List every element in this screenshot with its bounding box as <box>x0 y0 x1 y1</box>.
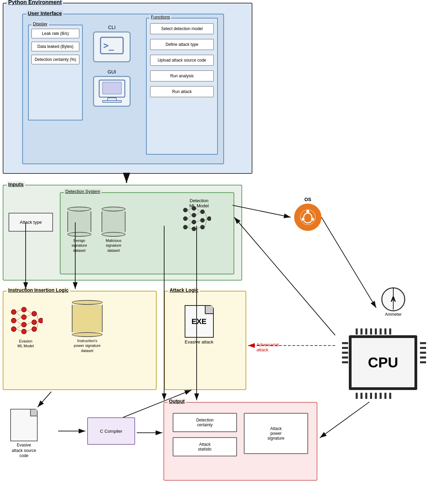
output-box: Output Detectioncertainty Attackstatisti… <box>163 402 317 481</box>
svg-text:>_: >_ <box>103 40 114 51</box>
cli-label: CLI <box>88 25 136 30</box>
svg-rect-5 <box>103 101 121 102</box>
evasion-ml-label: EvasionML Model <box>9 339 43 349</box>
svg-point-40 <box>39 318 43 323</box>
func-item-5: Run attack <box>150 86 214 97</box>
cpu-chip: CPU <box>349 335 417 390</box>
svg-point-32 <box>11 327 16 332</box>
ui-label: User Interface <box>26 10 63 16</box>
svg-line-24 <box>196 212 200 215</box>
cpu-pins-bot <box>356 393 391 399</box>
svg-line-46 <box>16 329 22 332</box>
svg-point-34 <box>22 315 26 320</box>
detection-certainty-output: Detectioncertainty <box>173 413 237 432</box>
diagram-root: Python Environment User Interface Displa… <box>0 0 448 494</box>
os-label: OS <box>294 197 321 202</box>
svg-point-33 <box>22 307 26 312</box>
python-env-label: Python Environment <box>7 0 63 5</box>
svg-line-48 <box>26 314 32 317</box>
svg-point-31 <box>11 318 16 323</box>
svg-line-19 <box>187 215 192 219</box>
svg-line-18 <box>187 210 192 215</box>
cpu-pins-left <box>342 342 348 363</box>
svg-line-21 <box>187 222 192 227</box>
inputs-label: Inputs <box>7 181 25 187</box>
func-item-2: Define attack type <box>150 39 214 50</box>
svg-point-35 <box>22 322 26 327</box>
display-item-3: Detection certainty (%) <box>31 55 79 64</box>
attack-power-signature-output: Attackpowersignature <box>244 413 308 454</box>
svg-line-69 <box>38 392 51 407</box>
functions-label: Functions <box>149 14 171 20</box>
svg-line-73 <box>320 402 369 438</box>
svg-point-55 <box>306 210 309 213</box>
svg-point-9 <box>192 206 196 210</box>
evasive-doc-label: Evasiveattack sourcecode <box>10 443 38 459</box>
svg-line-47 <box>26 310 32 314</box>
iil-dataset-label: Instruction'spower signaturedataset <box>72 338 103 353</box>
svg-line-51 <box>37 314 39 321</box>
svg-point-56 <box>311 218 314 221</box>
svg-line-20 <box>187 219 192 222</box>
svg-point-13 <box>200 210 205 214</box>
svg-point-10 <box>192 213 196 217</box>
ds-cylinders: Benignsignaturedataset Malicioussignatur… <box>67 207 126 253</box>
detection-system-box: Detection System Benignsignaturedataset <box>60 192 234 274</box>
gui-label: GUI <box>88 69 136 75</box>
iil-dataset-cylinder: Instruction'spower signaturedataset <box>72 300 103 353</box>
svg-point-12 <box>192 227 196 231</box>
cli-box: >_ <box>93 31 131 62</box>
svg-point-57 <box>302 218 305 221</box>
attack-statistic-output: Attackstatistic <box>173 437 237 456</box>
svg-point-7 <box>183 217 187 221</box>
svg-line-23 <box>196 208 200 212</box>
svg-point-30 <box>11 310 16 314</box>
benign-dataset-cylinder: Benignsignaturedataset <box>67 207 91 253</box>
display-label: Display <box>31 21 49 26</box>
svg-line-43 <box>16 317 22 321</box>
func-item-4: Run analysis <box>150 70 214 81</box>
exe-icon: EXE Evasive attack <box>182 305 216 343</box>
svg-point-11 <box>192 220 196 224</box>
svg-point-36 <box>22 329 26 334</box>
attack-logic-box: Attack Logic EXE Evasive attack <box>164 291 246 390</box>
svg-line-42 <box>16 312 22 317</box>
os-circle <box>294 204 321 231</box>
exe-shape: EXE <box>185 305 214 338</box>
iil-box: Instruction Insertion Logic <box>3 291 157 390</box>
malicious-dataset-cylinder: Malicioussignaturedataset <box>102 207 126 253</box>
display-item-2: Data leaked (Bytes) <box>31 42 79 51</box>
svg-rect-3 <box>103 82 121 94</box>
compiler-label: C Compiler <box>100 429 122 434</box>
func-item-3: Upload attack source code <box>150 55 214 66</box>
adversarial-attack-label: Adversarialattack <box>256 342 279 352</box>
svg-line-41 <box>16 310 22 312</box>
output-label: Output <box>168 399 186 404</box>
svg-line-22 <box>187 227 192 229</box>
iil-label: Instruction Insertion Logic <box>7 287 70 293</box>
svg-point-16 <box>207 217 211 221</box>
svg-point-37 <box>32 311 37 316</box>
evasive-doc-shape <box>10 409 38 441</box>
evasive-doc: Evasiveattack sourcecode <box>10 409 38 459</box>
red-nn-icon: EvasionML Model <box>9 303 43 349</box>
detection-nn-icon <box>180 203 211 235</box>
inputs-box: Inputs Attack type AttackSourceCode Dete… <box>3 185 242 281</box>
svg-line-44 <box>16 321 22 325</box>
display-box: Display Leak rate (B/s) Data leaked (Byt… <box>28 25 83 120</box>
svg-point-38 <box>32 320 37 325</box>
python-environment-box: Python Environment User Interface Displa… <box>3 3 252 174</box>
svg-point-8 <box>183 225 187 229</box>
svg-line-50 <box>26 329 32 332</box>
svg-point-14 <box>200 218 205 222</box>
func-item-1: Select detection model <box>150 23 214 34</box>
display-item-1: Leak rate (B/s) <box>31 29 79 38</box>
svg-line-27 <box>205 212 207 219</box>
gui-box <box>93 76 131 107</box>
svg-line-45 <box>16 325 22 329</box>
cpu-pins-right <box>420 342 426 363</box>
functions-box: Functions Select detection model Define … <box>146 18 218 155</box>
svg-rect-4 <box>108 98 116 101</box>
svg-point-6 <box>183 208 187 212</box>
user-interface-box: User Interface Display Leak rate (B/s) D… <box>22 14 224 164</box>
